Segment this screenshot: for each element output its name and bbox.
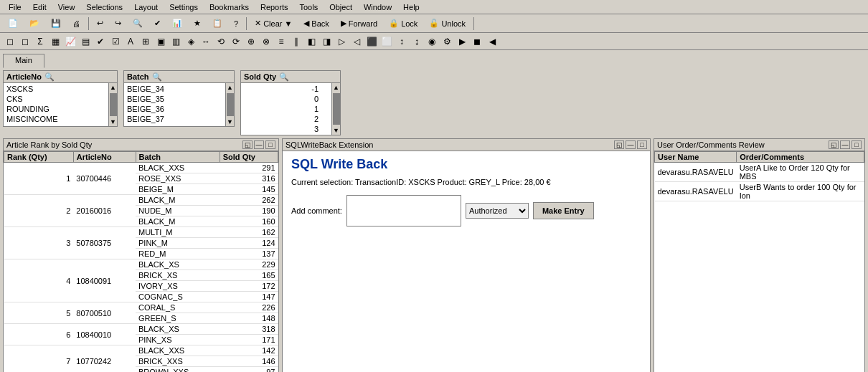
open-button[interactable]: 📂	[24, 16, 44, 32]
tb2-btn-16[interactable]: ⟳	[229, 34, 243, 49]
tb2-btn-27[interactable]: ↕	[395, 34, 409, 49]
save-button[interactable]: 💾	[46, 16, 66, 32]
scroll-thumb[interactable]	[110, 93, 117, 116]
menu-window[interactable]: Window	[358, 1, 397, 13]
table-row[interactable]: 2 20160016 BLACK_M 262	[4, 195, 278, 206]
undo-button[interactable]: ↩	[92, 16, 108, 32]
tb2-btn-14[interactable]: ↔	[199, 34, 213, 49]
help-btn[interactable]: ?	[229, 16, 243, 32]
list-item[interactable]: 2	[242, 114, 320, 124]
chart-button[interactable]: 📊	[167, 16, 187, 32]
table-row[interactable]: 1 30700446 BLACK_XXS 291	[4, 163, 278, 173]
tb2-btn-6[interactable]: ▤	[78, 34, 93, 49]
tb2-btn-1[interactable]: ◻	[3, 34, 17, 49]
search-button[interactable]: 🔍	[128, 16, 148, 32]
comment-textarea[interactable]	[346, 195, 461, 226]
list-item[interactable]: BEIGE_34	[126, 84, 224, 94]
tb2-btn-7[interactable]: ✔	[93, 34, 108, 49]
article-rank-table-scroll[interactable]: Rank (Qty) ArticleNo Batch Sold Qty 1 30…	[4, 151, 278, 372]
batch-search-icon[interactable]: 🔍	[152, 72, 162, 82]
sqlwb-resize-icon[interactable]: ◱	[614, 140, 624, 149]
uo-maximize-icon[interactable]: □	[852, 140, 862, 149]
redo-button[interactable]: ↪	[110, 16, 126, 32]
lock-button[interactable]: 🔒 Lock	[384, 16, 423, 32]
menu-file[interactable]: File	[3, 1, 27, 13]
list-item[interactable]: 0	[242, 94, 320, 104]
scroll-thumb[interactable]	[333, 93, 340, 125]
list-item[interactable]: CKS	[5, 94, 107, 104]
table-row[interactable]: 7 10770242 BLACK_XXS 142	[4, 345, 278, 356]
back-button[interactable]: ◀ Back	[298, 16, 334, 32]
tb2-btn-33[interactable]: ◀	[485, 34, 499, 49]
tb2-btn-32[interactable]: ◼	[470, 34, 484, 49]
table-row[interactable]: 4 10840091 BLACK_XS 229	[4, 259, 278, 270]
scroll-down[interactable]: ▼	[226, 118, 235, 126]
soldqty-search-icon[interactable]: 🔍	[279, 72, 289, 82]
table-row[interactable]: 6 10840010 BLACK_XS 318	[4, 324, 278, 335]
unlock-button[interactable]: 🔓 Unlock	[424, 16, 471, 32]
tb2-btn-21[interactable]: ◧	[304, 34, 319, 49]
tb2-btn-8[interactable]: ☑	[108, 34, 123, 49]
table-row[interactable]: devarasu.RASAVELU UserB Wants to order 1…	[655, 182, 864, 201]
scroll-down[interactable]: ▼	[332, 126, 341, 135]
uo-resize-icon[interactable]: ◱	[829, 140, 839, 149]
list-item[interactable]: BEIGE_36	[126, 104, 224, 114]
tb2-btn-30[interactable]: ⚙	[440, 34, 454, 49]
forward-button[interactable]: ▶ Forward	[336, 16, 382, 32]
menu-reports[interactable]: Reports	[255, 1, 294, 13]
soldqty-list[interactable]: -1 0 1 2 3	[241, 83, 331, 135]
sqlwb-maximize-icon[interactable]: □	[637, 140, 647, 149]
tb2-btn-15[interactable]: ⟲	[214, 34, 228, 49]
menu-view[interactable]: View	[52, 1, 81, 13]
list-item[interactable]: -1	[242, 84, 320, 94]
menu-bookmarks[interactable]: Bookmarks	[204, 1, 255, 13]
tb2-btn-23[interactable]: ▷	[334, 34, 349, 49]
tb2-btn-24[interactable]: ◁	[349, 34, 364, 49]
tb2-btn-10[interactable]: ⊞	[138, 34, 153, 49]
menu-object[interactable]: Object	[324, 1, 358, 13]
check-button[interactable]: ✔	[149, 16, 166, 32]
panel-maximize-icon[interactable]: □	[265, 140, 275, 149]
menu-layout[interactable]: Layout	[128, 1, 164, 13]
scroll-down[interactable]: ▼	[109, 118, 118, 126]
tb2-btn-28[interactable]: ↨	[410, 34, 424, 49]
articleno-list[interactable]: XSCKS CKS ROUNDING MISCINCOME	[4, 83, 108, 126]
menu-settings[interactable]: Settings	[164, 1, 204, 13]
batch-list[interactable]: BEIGE_34 BEIGE_35 BEIGE_36 BEIGE_37	[124, 83, 225, 126]
bookmark-button[interactable]: ★	[189, 16, 206, 32]
copy-button[interactable]: 📋	[207, 16, 227, 32]
articleno-search-icon[interactable]: 🔍	[44, 72, 55, 82]
list-item[interactable]: BEIGE_37	[126, 114, 224, 124]
menu-help[interactable]: Help	[397, 1, 425, 13]
scroll-up[interactable]: ▲	[332, 83, 341, 92]
table-row[interactable]: 5 80700510 CORAL_S 226	[4, 302, 278, 313]
tb2-btn-18[interactable]: ⊗	[259, 34, 273, 49]
tb2-btn-20[interactable]: ∥	[289, 34, 303, 49]
authorized-select[interactable]: Authorized Unauthorized	[466, 203, 529, 219]
table-row[interactable]: 3 50780375 MULTI_M 162	[4, 227, 278, 238]
print-button[interactable]: 🖨	[67, 16, 85, 32]
make-entry-button[interactable]: Make Entry	[533, 202, 594, 219]
tb2-btn-19[interactable]: ≡	[274, 34, 288, 49]
tb2-btn-4[interactable]: ▦	[48, 34, 62, 49]
list-item[interactable]: 1	[242, 104, 320, 114]
scroll-thumb[interactable]	[227, 93, 234, 116]
new-button[interactable]: 📄	[3, 16, 23, 32]
list-item[interactable]: ROUNDING	[5, 104, 107, 114]
tb2-btn-11[interactable]: ▣	[154, 34, 168, 49]
tb2-btn-9[interactable]: A	[123, 34, 138, 49]
tb2-btn-29[interactable]: ◉	[425, 34, 439, 49]
tb2-btn-26[interactable]: ⬜	[379, 34, 394, 49]
sqlwb-minimize-icon[interactable]: —	[626, 140, 636, 149]
menu-edit[interactable]: Edit	[27, 1, 52, 13]
menu-tools[interactable]: Tools	[293, 1, 324, 13]
list-item[interactable]: MISCINCOME	[5, 114, 107, 124]
panel-resize-icon[interactable]: ◱	[242, 140, 253, 149]
tb2-btn-17[interactable]: ⊕	[244, 34, 258, 49]
tab-main[interactable]: Main	[3, 54, 44, 68]
tb2-btn-12[interactable]: ▥	[169, 34, 183, 49]
panel-minimize-icon[interactable]: —	[254, 140, 264, 149]
list-item[interactable]: BEIGE_35	[126, 94, 224, 104]
tb2-btn-5[interactable]: 📈	[63, 34, 77, 49]
list-item[interactable]: 3	[242, 124, 320, 134]
